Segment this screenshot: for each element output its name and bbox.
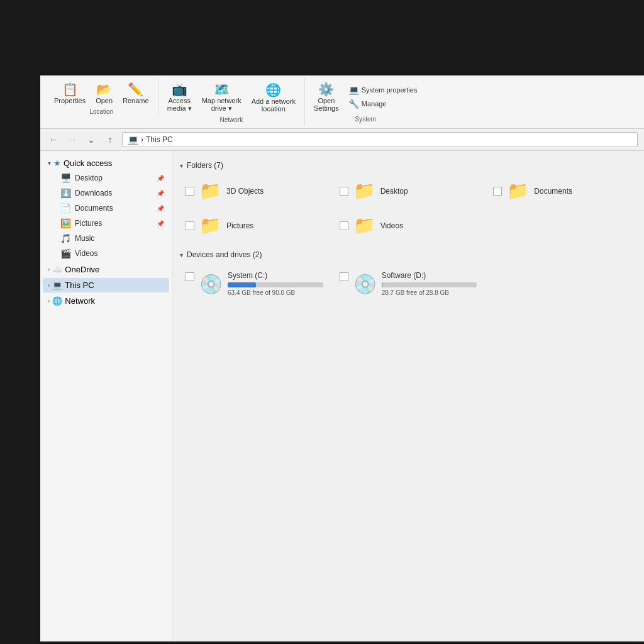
folder-item-videos[interactable]: 📁 Videos — [334, 211, 483, 240]
network-label: Network — [65, 296, 95, 306]
drive-bar-fill-c — [228, 282, 256, 287]
location-group-label: Location — [89, 108, 113, 115]
drive-free-c: 63.4 GB free of 90.0 GB — [228, 289, 323, 296]
properties-button[interactable]: 📋 Properties — [50, 80, 89, 106]
drives-section-label: Devices and drives (2) — [187, 250, 262, 259]
onedrive-chevron: › — [48, 266, 50, 273]
sidebar-pictures-label: Pictures — [75, 219, 102, 228]
sidebar-item-videos[interactable]: 🎬 Videos — [43, 246, 169, 261]
documents-icon: 📄 — [60, 203, 71, 213]
explorer-window: 📋 Properties 📂 Open ✏️ Rename Location 📺 — [40, 75, 644, 641]
settings-icon: ⚙️ — [319, 82, 334, 97]
folder-checkbox-desktop[interactable] — [340, 187, 348, 196]
open-button[interactable]: 📂 Open — [92, 80, 116, 106]
folders-grid: 📁 3D Objects 📁 Desktop 📁 Documents — [180, 176, 636, 240]
onedrive-icon: ☁️ — [52, 265, 62, 274]
system-props-icon: 💻 — [349, 85, 359, 95]
folder-icon-desktop: 📁 — [353, 180, 375, 201]
recent-locations-button[interactable]: ⌄ — [84, 133, 98, 147]
folder-checkbox-documents[interactable] — [493, 187, 502, 196]
sidebar-item-desktop[interactable]: 🖥️ Desktop 📌 — [43, 170, 169, 186]
thispc-icon: 💻 — [52, 280, 62, 290]
pictures-icon: 🖼️ — [60, 218, 71, 228]
ribbon-system-buttons: ⚙️ Open Settings 💻 System properties 🔧 M… — [310, 80, 421, 113]
sidebar-item-pictures[interactable]: 🖼️ Pictures 📌 — [43, 216, 169, 231]
access-media-icon: 📺 — [172, 82, 187, 97]
network-group-label: Network — [219, 116, 243, 123]
system-props-label: System properties — [362, 86, 418, 94]
folders-chevron: ▾ — [180, 162, 183, 169]
drive-item-c[interactable]: 💿 System (C:) 63.4 GB free of 90.0 GB — [180, 265, 329, 302]
folder-checkbox-pictures[interactable] — [186, 221, 194, 230]
network-section: › 🌐 Network — [40, 294, 172, 308]
manage-button[interactable]: 🔧 Manage — [345, 97, 421, 110]
folder-item-documents[interactable]: 📁 Documents — [487, 176, 636, 206]
back-button[interactable]: ← — [47, 133, 60, 147]
ribbon-network-buttons: 📺 Access media ▾ 🗺️ Map network drive ▾ … — [164, 80, 299, 114]
up-button[interactable]: ↑ — [103, 133, 117, 147]
network-header[interactable]: › 🌐 Network — [43, 294, 169, 308]
drive-bar-fill-d — [382, 282, 383, 287]
sidebar-item-downloads[interactable]: ⬇️ Downloads 📌 — [43, 186, 169, 201]
quick-access-label: Quick access — [64, 158, 112, 168]
folders-section-label: Folders (7) — [187, 161, 223, 170]
folder-checkbox-videos[interactable] — [340, 221, 348, 230]
ribbon-group-network: 📺 Access media ▾ 🗺️ Map network drive ▾ … — [158, 78, 305, 126]
system-group-label: System — [355, 116, 376, 123]
sidebar-item-documents[interactable]: 📄 Documents 📌 — [43, 201, 169, 216]
folder-label-pictures: Pictures — [226, 221, 253, 230]
manage-icon: 🔧 — [349, 99, 359, 109]
thispc-label: This PC — [65, 280, 94, 290]
folder-icon-3dobjects: 📁 — [199, 180, 221, 201]
pin-icon-desktop: 📌 — [157, 175, 164, 182]
onedrive-section: › ☁️ OneDrive — [40, 262, 172, 277]
folder-item-3dobjects[interactable]: 📁 3D Objects — [180, 176, 329, 206]
folder-icon-videos: 📁 — [353, 215, 375, 236]
pin-icon-documents: 📌 — [157, 205, 164, 212]
drive-info-d: Software (D:) 28.7 GB free of 28.8 GB — [382, 271, 477, 296]
thispc-section: › 💻 This PC — [40, 278, 172, 292]
quick-access-header[interactable]: ▾ ★ Quick access — [43, 156, 169, 170]
system-properties-button[interactable]: 💻 System properties — [345, 84, 421, 96]
pin-icon-pictures: 📌 — [157, 220, 164, 227]
manage-label: Manage — [362, 100, 387, 108]
folder-icon-documents: 📁 — [507, 180, 529, 201]
rename-button[interactable]: ✏️ Rename — [119, 80, 153, 106]
folder-label-desktop: Desktop — [380, 187, 408, 196]
drive-name-c: System (C:) — [228, 271, 323, 280]
quick-access-star: ★ — [53, 158, 61, 168]
add-network-location-button[interactable]: 🌐 Add a network location — [248, 81, 299, 114]
folder-label-3dobjects: 3D Objects — [226, 187, 264, 196]
path-icon: 💻 — [128, 135, 138, 145]
folder-checkbox-3dobjects[interactable] — [186, 187, 194, 196]
quick-access-chevron: ▾ — [48, 160, 51, 167]
folder-item-pictures[interactable]: 📁 Pictures — [180, 211, 329, 240]
onedrive-header[interactable]: › ☁️ OneDrive — [43, 262, 169, 277]
map-drive-label: Map network drive ▾ — [202, 97, 242, 113]
drive-icon-c: 💿 — [199, 273, 223, 295]
folder-label-videos: Videos — [380, 221, 403, 230]
network-icon: 🌐 — [52, 296, 62, 306]
main-area: ▾ ★ Quick access 🖥️ Desktop 📌 ⬇️ Downloa… — [40, 151, 644, 641]
open-label: Open — [96, 97, 113, 104]
address-path[interactable]: 💻 › This PC — [122, 132, 638, 147]
drive-checkbox-c[interactable] — [186, 272, 194, 281]
sidebar-documents-label: Documents — [75, 204, 113, 213]
forward-button[interactable]: → — [65, 133, 79, 147]
folder-item-desktop[interactable]: 📁 Desktop — [334, 176, 483, 206]
rename-icon: ✏️ — [128, 82, 143, 97]
music-icon: 🎵 — [60, 233, 71, 243]
map-drive-button[interactable]: 🗺️ Map network drive ▾ — [198, 80, 245, 114]
folder-label-documents: Documents — [534, 187, 572, 196]
folder-icon-pictures: 📁 — [199, 215, 221, 236]
access-media-button[interactable]: 📺 Access media ▾ — [164, 80, 196, 114]
drive-item-d[interactable]: 💿 Software (D:) 28.7 GB free of 28.8 GB — [334, 265, 483, 302]
ribbon-location-buttons: 📋 Properties 📂 Open ✏️ Rename — [50, 80, 153, 106]
properties-label: Properties — [54, 97, 86, 104]
thispc-header[interactable]: › 💻 This PC — [43, 278, 169, 292]
drive-checkbox-d[interactable] — [340, 272, 348, 281]
access-media-label: Access media ▾ — [167, 97, 192, 113]
path-text: This PC — [146, 135, 173, 144]
sidebar-item-music[interactable]: 🎵 Music — [43, 231, 169, 246]
open-settings-button[interactable]: ⚙️ Open Settings — [310, 80, 343, 113]
